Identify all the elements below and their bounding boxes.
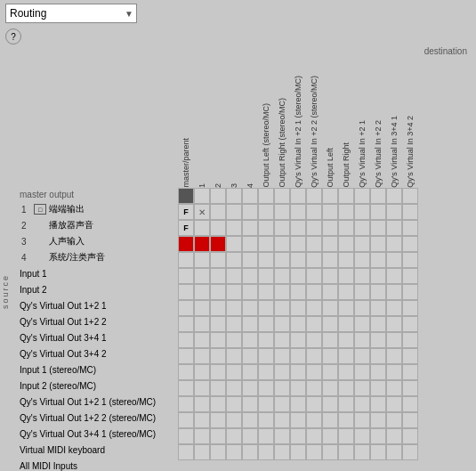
- cell-r4c7[interactable]: [290, 236, 306, 252]
- cell-r2c13[interactable]: [386, 204, 402, 220]
- source-item-input2: Input 2: [12, 281, 178, 297]
- cell-r2c3[interactable]: [226, 204, 242, 220]
- cell-r2c14[interactable]: [402, 204, 418, 220]
- master-output-item-4: 4 系统/注类声音: [12, 249, 178, 265]
- cell-r3c10[interactable]: [338, 220, 354, 236]
- grid-row-11: [178, 348, 476, 364]
- col-header-4: 4: [242, 59, 258, 188]
- cell-r3c4[interactable]: [242, 220, 258, 236]
- cell-r1c5[interactable]: [258, 188, 274, 204]
- cell-r2c7[interactable]: [290, 204, 306, 220]
- cell-r4c9[interactable]: [322, 236, 338, 252]
- cell-r3c0[interactable]: F: [178, 220, 194, 236]
- cell-r3c13[interactable]: [386, 220, 402, 236]
- col-header-7: Qy's Virtual In +2 1 (stereo/MC): [290, 59, 306, 188]
- cell-r4c12[interactable]: [370, 236, 386, 252]
- cell-r4c3[interactable]: [226, 236, 242, 252]
- cell-r3c2[interactable]: [210, 220, 226, 236]
- cell-r4c2[interactable]: [210, 236, 226, 252]
- cell-r1c2[interactable]: [210, 188, 226, 204]
- source-panel: master output 1 □ 端端输出 2 播放器声音 3 人声输入 4 …: [0, 43, 178, 471]
- cell-r2c0[interactable]: F: [178, 204, 194, 220]
- master-output-item-2: 2 播放器声音: [12, 217, 178, 233]
- source-item-input1mc: Input 1 (stereo/MC): [12, 361, 178, 378]
- cell-r4c13[interactable]: [386, 236, 402, 252]
- cell-r2c8[interactable]: [306, 204, 322, 220]
- cell-r2c11[interactable]: [354, 204, 370, 220]
- cell-r1c9[interactable]: [322, 188, 338, 204]
- item-label: 端端输出: [49, 203, 85, 215]
- cell-r4c5[interactable]: [258, 236, 274, 252]
- source-item-input1: Input 1: [12, 265, 178, 281]
- cell-r1c4[interactable]: [242, 188, 258, 204]
- routing-dropdown[interactable]: Routing: [5, 4, 137, 23]
- cell-r1c12[interactable]: [370, 188, 386, 204]
- cell-r2c9[interactable]: [322, 204, 338, 220]
- source-item-vout2: Qy's Virtual Out 1+2 2: [12, 313, 178, 329]
- cell-r1c0[interactable]: [178, 188, 194, 204]
- col-header-1: 1: [194, 59, 210, 188]
- cell-r2c12[interactable]: [370, 204, 386, 220]
- grid-row-7: [178, 284, 476, 300]
- cell-r3c14[interactable]: [402, 220, 418, 236]
- cell-r1c1[interactable]: [194, 188, 210, 204]
- cell-r3c8[interactable]: [306, 220, 322, 236]
- source-item-all-midi: All MIDI Inputs: [12, 458, 178, 471]
- main-area: source master output 1 □ 端端输出 2 播放器声音 3 …: [0, 43, 476, 471]
- cell-r4c11[interactable]: [354, 236, 370, 252]
- source-item-vout3mc: Qy's Virtual Out 3+4 1 (stereo/MC): [12, 426, 178, 442]
- cell-r3c1[interactable]: [194, 220, 210, 236]
- cell-r4c0[interactable]: [178, 236, 194, 252]
- cell-r4c10[interactable]: [338, 236, 354, 252]
- cell-r1c10[interactable]: [338, 188, 354, 204]
- cell-r2c5[interactable]: [258, 204, 274, 220]
- item-num: 2: [21, 221, 34, 231]
- cell-r4c14[interactable]: [402, 236, 418, 252]
- cell-r3c7[interactable]: [290, 220, 306, 236]
- routing-select-wrapper[interactable]: Routing ▼: [5, 4, 137, 23]
- grid-row-16: [178, 428, 476, 444]
- cell-r1c13[interactable]: [386, 188, 402, 204]
- cell-r1c11[interactable]: [354, 188, 370, 204]
- cell-r1c14[interactable]: [402, 188, 418, 204]
- col-header-14: Qy's Virtual In 3+4 2: [402, 59, 418, 188]
- destination-label: [12, 43, 178, 61]
- cell-r3c6[interactable]: [274, 220, 290, 236]
- source-item-midi-kb: Virtual MIDI keyboard: [12, 442, 178, 458]
- cell-r3c5[interactable]: [258, 220, 274, 236]
- master-output-item-1: 1 □ 端端输出: [12, 201, 178, 217]
- cell-r4c6[interactable]: [274, 236, 290, 252]
- cell-r2c6[interactable]: [274, 204, 290, 220]
- source-item-vout3: Qy's Virtual Out 3+4 1: [12, 329, 178, 345]
- grid-row-2: F ✕: [178, 204, 476, 220]
- cell-r1c3[interactable]: [226, 188, 242, 204]
- col-header-11: Qy's Virtual In +2 1: [354, 59, 370, 188]
- cell-r1c7[interactable]: [290, 188, 306, 204]
- master-output-item-3: 3 人声输入: [12, 233, 178, 249]
- cell-r2c1[interactable]: ✕: [194, 204, 210, 220]
- cell-r5c0[interactable]: [178, 252, 194, 268]
- destination-label: destination: [178, 43, 476, 59]
- cell-r4c4[interactable]: [242, 236, 258, 252]
- cell-r4c8[interactable]: [306, 236, 322, 252]
- col-header-12: Qy's Virtual In +2 2: [370, 59, 386, 188]
- cell-r2c2[interactable]: [210, 204, 226, 220]
- item-label: 系统/注类声音: [49, 251, 105, 264]
- cell-r1c8[interactable]: [306, 188, 322, 204]
- cell-r3c12[interactable]: [370, 220, 386, 236]
- source-label: source: [1, 274, 10, 309]
- cell-r1c6[interactable]: [274, 188, 290, 204]
- cell-r3c11[interactable]: [354, 220, 370, 236]
- cell-r4c1[interactable]: [194, 236, 210, 252]
- cell-r2c4[interactable]: [242, 204, 258, 220]
- col-header-10: Output Right: [338, 59, 354, 188]
- cell-r3c3[interactable]: [226, 220, 242, 236]
- grid-row-5: [178, 252, 476, 268]
- grid-row-14: [178, 396, 476, 412]
- col-header-3: 3: [226, 59, 242, 188]
- cell-r2c10[interactable]: [338, 204, 354, 220]
- cell-r3c9[interactable]: [322, 220, 338, 236]
- source-item-vout1mc: Qy's Virtual Out 1+2 1 (stereo/MC): [12, 394, 178, 410]
- grid-row-6: [178, 268, 476, 284]
- source-item-vout4: Qy's Virtual Out 3+4 2: [12, 345, 178, 361]
